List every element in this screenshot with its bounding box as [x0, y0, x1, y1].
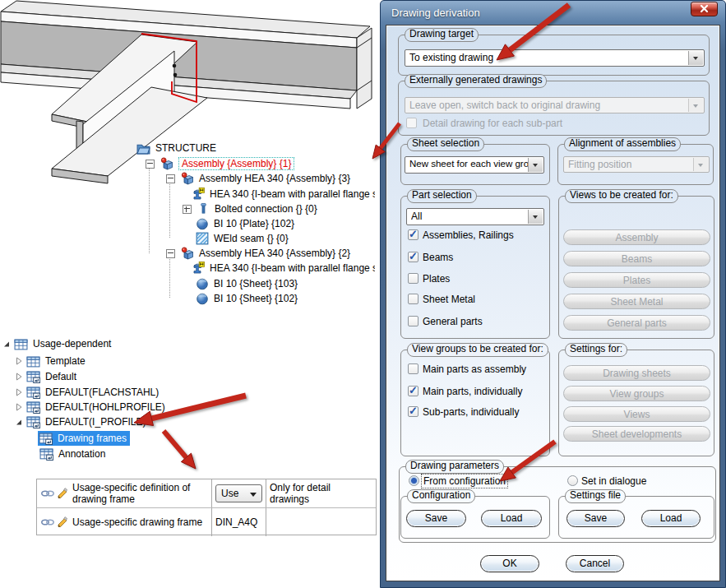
tree-item-default-i-profile[interactable]: DEFAULT(I_PROFILE) — [15, 414, 146, 429]
sub-parts-individually-checkbox[interactable] — [408, 406, 418, 417]
checkbox-label: Sub-parts, individually — [423, 406, 519, 418]
tree-item-label: Default — [45, 371, 76, 382]
collapse-icon[interactable] — [166, 249, 175, 258]
table-icon — [14, 338, 28, 350]
expand-icon[interactable] — [183, 205, 192, 214]
assemblies-railings-checkbox[interactable] — [408, 229, 418, 240]
chevron-down-icon — [528, 158, 543, 172]
use-dropdown[interactable]: Use — [215, 484, 262, 502]
group-label: Sheet selection — [407, 137, 484, 151]
group-label: Settings for: — [565, 343, 627, 357]
tree-item-usage-dependent[interactable]: Usage-dependent — [2, 336, 111, 351]
tree-item-hea-340-2[interactable]: HEA 340 {I-beam with parallel flange s — [192, 261, 375, 275]
tree-item-template[interactable]: Template — [15, 354, 86, 368]
views-button: Views — [563, 406, 710, 422]
sheet-metal-checkbox[interactable] — [408, 294, 418, 304]
dialog-titlebar[interactable]: Drawing derivation — [381, 1, 725, 25]
group-label: Part selection — [407, 189, 477, 203]
assembly-button: Assembly — [563, 229, 710, 245]
close-button[interactable] — [691, 2, 718, 16]
expanded-triangle-icon[interactable] — [2, 340, 11, 348]
drawing-target-group: Drawing target To existing drawing — [398, 35, 710, 76]
set-in-dialogue-radio[interactable] — [567, 475, 578, 486]
property-value: DIN_A4Q — [215, 516, 257, 528]
drawing-sheets-button: Drawing sheets — [563, 365, 710, 381]
drawing-target-combobox[interactable]: To existing drawing — [405, 49, 705, 67]
property-comment: Only for detail drawings — [270, 482, 372, 505]
combobox-value: New sheet for each view group — [409, 159, 529, 169]
beams-button: Beams — [563, 251, 710, 266]
checkbox-label: Main parts as assembly — [423, 363, 526, 375]
views-to-be-created-group: Views to be created for: Assembly Beams … — [558, 196, 714, 339]
radio-label: Set in dialogue — [581, 475, 646, 487]
table-link-icon — [26, 401, 40, 414]
tree-item-bi10-sheet-103[interactable]: BI 10 {Sheet} {103} — [196, 276, 298, 291]
combobox-value: Leave open, switch back to original draw… — [409, 100, 687, 111]
general-parts-checkbox[interactable] — [408, 316, 418, 326]
table-row: Usage-specific definition of drawing fra… — [37, 479, 376, 507]
tree-item-assembly-hea-2[interactable]: Assembly HEA 340 {Assembly} {2} — [166, 246, 350, 261]
beams-checkbox[interactable] — [408, 252, 418, 262]
tree-item-structure[interactable]: STRUCTURE — [136, 141, 216, 155]
tree-item-label: BI 10 {Sheet} {103} — [214, 278, 298, 289]
settings-file-load-button[interactable]: Load — [641, 510, 701, 527]
cancel-button[interactable]: Cancel — [566, 555, 624, 572]
part-selection-combobox[interactable]: All — [406, 208, 544, 225]
expanded-triangle-icon[interactable] — [15, 418, 23, 426]
part-selection-group: Part selection All Assemblies, Railings … — [400, 196, 550, 339]
pencil-icon[interactable] — [57, 516, 68, 528]
from-configuration-radio[interactable] — [409, 475, 419, 486]
table-link-icon — [26, 416, 40, 428]
tree-item-default[interactable]: Default — [15, 369, 76, 384]
collapsed-triangle-icon[interactable] — [15, 403, 23, 411]
table-link-icon — [39, 433, 53, 445]
tree-item-default-flachstahl[interactable]: DEFAULT(FLACHSTAHL) — [15, 385, 159, 400]
configuration-load-button[interactable]: Load — [481, 510, 542, 527]
pencil-icon[interactable] — [57, 488, 68, 499]
tree-item-label: Drawing frames — [58, 433, 127, 444]
table-row: Usage-specific drawing frame DIN_A4Q — [37, 508, 376, 536]
collapsed-triangle-icon[interactable] — [15, 388, 23, 396]
sheet-metal-button: Sheet Metal — [563, 294, 710, 309]
tree-item-label: HEA 340 {I-beam with parallel flange s — [210, 262, 375, 274]
collapsed-triangle-icon[interactable] — [15, 357, 23, 365]
tree-item-label: HEA 340 {I-beam with parallel flange s — [210, 188, 375, 200]
tree-item-label: Assembly HEA 340 {Assembly} {2} — [199, 248, 350, 259]
tree-item-assembly-hea-3[interactable]: Assembly HEA 340 {Assembly} {3} — [166, 171, 350, 186]
chevron-down-icon — [528, 210, 543, 224]
beam-icon — [192, 262, 205, 275]
plate-icon — [196, 217, 209, 230]
tree-item-bi10-sheet-102[interactable]: BI 10 {Sheet} {102} — [196, 291, 298, 306]
collapse-icon[interactable] — [166, 174, 175, 183]
radio-label: From configuration — [422, 475, 507, 488]
tree-item-label: BI 10 {Plate} {102} — [214, 218, 294, 229]
tree-item-label: DEFAULT(I_PROFILE) — [45, 416, 146, 428]
tree-item-default-hohlprofile[interactable]: DEFAULT(HOHLPROFILE) — [15, 400, 165, 414]
ok-button[interactable]: OK — [480, 555, 539, 572]
main-parts-as-assembly-checkbox[interactable] — [408, 363, 418, 374]
combobox-value: Fitting position — [568, 159, 692, 170]
close-icon — [691, 2, 717, 16]
collapse-icon[interactable] — [146, 160, 155, 169]
tree-item-assembly-1[interactable]: Assembly {Assembly} {1} — [146, 156, 294, 171]
application-window: STRUCTURE Assembly {Assembly} {1} Assemb… — [0, 0, 726, 588]
dialog-title: Drawing derivation — [391, 7, 480, 19]
main-parts-individually-checkbox[interactable] — [408, 386, 418, 396]
configuration-save-button[interactable]: Save — [406, 510, 466, 527]
tree-item-drawing-frames[interactable]: Drawing frames — [38, 431, 130, 446]
tree-item-annotation[interactable]: Annotation — [39, 447, 105, 461]
settings-file-save-button[interactable]: Save — [566, 510, 625, 527]
detail-drawing-checkbox — [406, 118, 417, 128]
tree-item-bi10-plate[interactable]: BI 10 {Plate} {102} — [196, 216, 294, 231]
group-label: Drawing parameters — [405, 460, 504, 474]
tree-item-hea-340[interactable]: HEA 340 {I-beam with parallel flange s — [192, 187, 375, 201]
collapsed-triangle-icon[interactable] — [15, 373, 23, 381]
group-label: Drawing target — [405, 28, 479, 42]
plates-checkbox[interactable] — [408, 273, 418, 284]
sheet-selection-combobox[interactable]: New sheet for each view group — [405, 156, 544, 174]
tree-connector — [169, 257, 170, 298]
tree-item-weld-seam[interactable]: WEld seam {} {0} — [196, 231, 289, 246]
sheet-selection-group: Sheet selection New sheet for each view … — [400, 144, 550, 185]
checkbox-label: Sheet Metal — [423, 294, 475, 305]
tree-item-bolted-connection[interactable]: Bolted connection {} {0} — [183, 201, 317, 216]
